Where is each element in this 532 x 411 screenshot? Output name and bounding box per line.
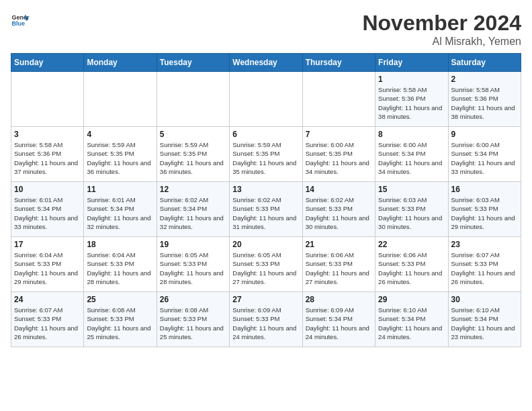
calendar-cell: 9Sunrise: 6:00 AM Sunset: 5:34 PM Daylig… — [448, 127, 521, 182]
calendar-cell: 25Sunrise: 6:08 AM Sunset: 5:33 PM Dayli… — [84, 292, 157, 347]
calendar-cell: 4Sunrise: 5:59 AM Sunset: 5:35 PM Daylig… — [84, 127, 157, 182]
calendar-week-1: 3Sunrise: 5:58 AM Sunset: 5:36 PM Daylig… — [11, 127, 521, 182]
day-info: Sunrise: 5:58 AM Sunset: 5:36 PM Dayligh… — [14, 140, 81, 176]
calendar-cell: 22Sunrise: 6:06 AM Sunset: 5:33 PM Dayli… — [375, 237, 448, 292]
day-info: Sunrise: 6:08 AM Sunset: 5:33 PM Dayligh… — [160, 306, 226, 341]
month-year-title: November 2024 — [362, 11, 521, 36]
calendar-cell: 12Sunrise: 6:02 AM Sunset: 5:34 PM Dayli… — [157, 182, 229, 237]
calendar-cell: 15Sunrise: 6:03 AM Sunset: 5:33 PM Dayli… — [375, 182, 448, 237]
day-number: 28 — [306, 295, 372, 304]
calendar-cell: 8Sunrise: 6:00 AM Sunset: 5:34 PM Daylig… — [375, 127, 448, 182]
day-number: 30 — [451, 295, 518, 304]
day-number: 1 — [378, 75, 445, 84]
calendar-week-3: 17Sunrise: 6:04 AM Sunset: 5:33 PM Dayli… — [11, 237, 521, 292]
calendar-week-4: 24Sunrise: 6:07 AM Sunset: 5:33 PM Dayli… — [11, 292, 521, 347]
day-info: Sunrise: 6:03 AM Sunset: 5:33 PM Dayligh… — [378, 195, 445, 231]
day-info: Sunrise: 5:59 AM Sunset: 5:35 PM Dayligh… — [87, 140, 153, 176]
calendar-cell: 23Sunrise: 6:07 AM Sunset: 5:33 PM Dayli… — [448, 237, 521, 292]
svg-text:Blue: Blue — [11, 20, 25, 27]
day-info: Sunrise: 6:01 AM Sunset: 5:34 PM Dayligh… — [14, 195, 81, 231]
day-number: 25 — [87, 295, 153, 304]
day-number: 22 — [378, 240, 445, 249]
day-number: 24 — [14, 295, 81, 304]
day-number: 27 — [232, 295, 299, 304]
calendar-cell: 21Sunrise: 6:06 AM Sunset: 5:33 PM Dayli… — [302, 237, 375, 292]
day-number: 14 — [306, 185, 372, 194]
day-info: Sunrise: 6:02 AM Sunset: 5:33 PM Dayligh… — [232, 195, 299, 231]
weekday-header-tuesday: Tuesday — [157, 54, 229, 72]
calendar-cell: 11Sunrise: 6:01 AM Sunset: 5:34 PM Dayli… — [84, 182, 157, 237]
calendar-cell — [230, 72, 302, 127]
day-info: Sunrise: 6:03 AM Sunset: 5:33 PM Dayligh… — [451, 195, 518, 231]
day-number: 5 — [160, 130, 226, 139]
day-info: Sunrise: 6:06 AM Sunset: 5:33 PM Dayligh… — [306, 250, 372, 286]
calendar-cell: 29Sunrise: 6:10 AM Sunset: 5:34 PM Dayli… — [375, 292, 448, 347]
day-number: 15 — [378, 185, 445, 194]
calendar-body: 1Sunrise: 5:58 AM Sunset: 5:36 PM Daylig… — [11, 72, 521, 347]
logo-icon: General Blue — [11, 11, 30, 30]
calendar-cell: 19Sunrise: 6:05 AM Sunset: 5:33 PM Dayli… — [157, 237, 229, 292]
day-number: 13 — [232, 185, 299, 194]
day-info: Sunrise: 5:58 AM Sunset: 5:36 PM Dayligh… — [451, 85, 518, 121]
day-info: Sunrise: 6:05 AM Sunset: 5:33 PM Dayligh… — [232, 250, 299, 286]
page-header: General Blue November 2024 Al Misrakh, Y… — [11, 11, 521, 48]
day-number: 7 — [306, 130, 372, 139]
calendar-cell: 3Sunrise: 5:58 AM Sunset: 5:36 PM Daylig… — [11, 127, 84, 182]
calendar-cell: 27Sunrise: 6:09 AM Sunset: 5:33 PM Dayli… — [230, 292, 302, 347]
location-subtitle: Al Misrakh, Yemen — [362, 36, 521, 48]
day-info: Sunrise: 6:10 AM Sunset: 5:34 PM Dayligh… — [451, 306, 518, 341]
calendar-cell — [302, 72, 375, 127]
day-info: Sunrise: 6:00 AM Sunset: 5:34 PM Dayligh… — [378, 140, 445, 176]
calendar-cell — [11, 72, 84, 127]
day-number: 3 — [14, 130, 81, 139]
day-number: 9 — [451, 130, 518, 139]
day-info: Sunrise: 6:00 AM Sunset: 5:35 PM Dayligh… — [306, 140, 372, 176]
day-info: Sunrise: 6:07 AM Sunset: 5:33 PM Dayligh… — [14, 306, 81, 341]
day-info: Sunrise: 5:58 AM Sunset: 5:36 PM Dayligh… — [378, 85, 445, 121]
calendar-cell: 13Sunrise: 6:02 AM Sunset: 5:33 PM Dayli… — [230, 182, 302, 237]
weekday-header-row: SundayMondayTuesdayWednesdayThursdayFrid… — [11, 54, 521, 72]
day-info: Sunrise: 6:05 AM Sunset: 5:33 PM Dayligh… — [160, 250, 226, 286]
day-number: 19 — [160, 240, 226, 249]
day-info: Sunrise: 5:59 AM Sunset: 5:35 PM Dayligh… — [232, 140, 299, 176]
weekday-header-friday: Friday — [375, 54, 448, 72]
calendar-week-0: 1Sunrise: 5:58 AM Sunset: 5:36 PM Daylig… — [11, 72, 521, 127]
day-number: 16 — [451, 185, 518, 194]
calendar-cell: 20Sunrise: 6:05 AM Sunset: 5:33 PM Dayli… — [230, 237, 302, 292]
day-info: Sunrise: 6:06 AM Sunset: 5:33 PM Dayligh… — [378, 250, 445, 286]
calendar-cell: 2Sunrise: 5:58 AM Sunset: 5:36 PM Daylig… — [448, 72, 521, 127]
calendar-week-2: 10Sunrise: 6:01 AM Sunset: 5:34 PM Dayli… — [11, 182, 521, 237]
day-number: 6 — [232, 130, 299, 139]
calendar-cell: 16Sunrise: 6:03 AM Sunset: 5:33 PM Dayli… — [448, 182, 521, 237]
logo: General Blue — [11, 11, 30, 30]
calendar-cell: 26Sunrise: 6:08 AM Sunset: 5:33 PM Dayli… — [157, 292, 229, 347]
day-number: 18 — [87, 240, 153, 249]
weekday-header-thursday: Thursday — [302, 54, 375, 72]
day-number: 20 — [232, 240, 299, 249]
day-info: Sunrise: 6:04 AM Sunset: 5:33 PM Dayligh… — [87, 250, 153, 286]
weekday-header-wednesday: Wednesday — [230, 54, 302, 72]
calendar-cell: 14Sunrise: 6:02 AM Sunset: 5:33 PM Dayli… — [302, 182, 375, 237]
calendar-cell: 6Sunrise: 5:59 AM Sunset: 5:35 PM Daylig… — [230, 127, 302, 182]
day-number: 4 — [87, 130, 153, 139]
day-number: 23 — [451, 240, 518, 249]
day-number: 21 — [306, 240, 372, 249]
calendar-cell: 24Sunrise: 6:07 AM Sunset: 5:33 PM Dayli… — [11, 292, 84, 347]
day-info: Sunrise: 6:08 AM Sunset: 5:33 PM Dayligh… — [87, 306, 153, 341]
weekday-header-monday: Monday — [84, 54, 157, 72]
day-number: 12 — [160, 185, 226, 194]
title-block: November 2024 Al Misrakh, Yemen — [362, 11, 521, 48]
day-info: Sunrise: 6:09 AM Sunset: 5:33 PM Dayligh… — [232, 306, 299, 341]
day-number: 8 — [378, 130, 445, 139]
day-number: 29 — [378, 295, 445, 304]
day-info: Sunrise: 6:07 AM Sunset: 5:33 PM Dayligh… — [451, 250, 518, 286]
calendar-cell: 30Sunrise: 6:10 AM Sunset: 5:34 PM Dayli… — [448, 292, 521, 347]
weekday-header-sunday: Sunday — [11, 54, 84, 72]
day-number: 26 — [160, 295, 226, 304]
day-number: 2 — [451, 75, 518, 84]
calendar-cell: 7Sunrise: 6:00 AM Sunset: 5:35 PM Daylig… — [302, 127, 375, 182]
day-info: Sunrise: 6:02 AM Sunset: 5:33 PM Dayligh… — [306, 195, 372, 231]
calendar-cell: 17Sunrise: 6:04 AM Sunset: 5:33 PM Dayli… — [11, 237, 84, 292]
calendar-cell — [84, 72, 157, 127]
calendar-cell: 18Sunrise: 6:04 AM Sunset: 5:33 PM Dayli… — [84, 237, 157, 292]
